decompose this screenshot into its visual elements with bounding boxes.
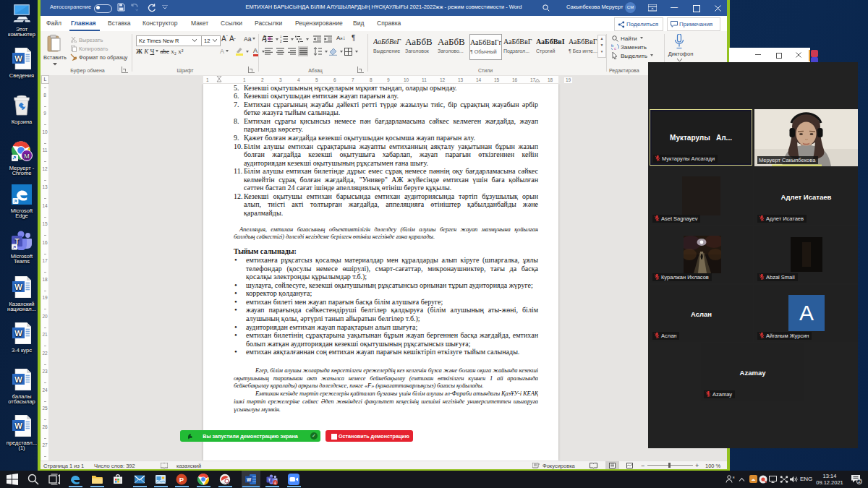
svg-text:я: я	[733, 475, 735, 479]
svg-text:2: 2	[858, 479, 861, 484]
svg-text:M: M	[24, 153, 30, 160]
svg-text:1: 1	[280, 35, 282, 38]
svg-text:2: 2	[280, 40, 282, 43]
svg-text:W: W	[247, 477, 252, 482]
svg-text:4: 4	[274, 481, 276, 485]
svg-text:P: P	[179, 476, 184, 484]
svg-text:c: c	[614, 46, 616, 51]
